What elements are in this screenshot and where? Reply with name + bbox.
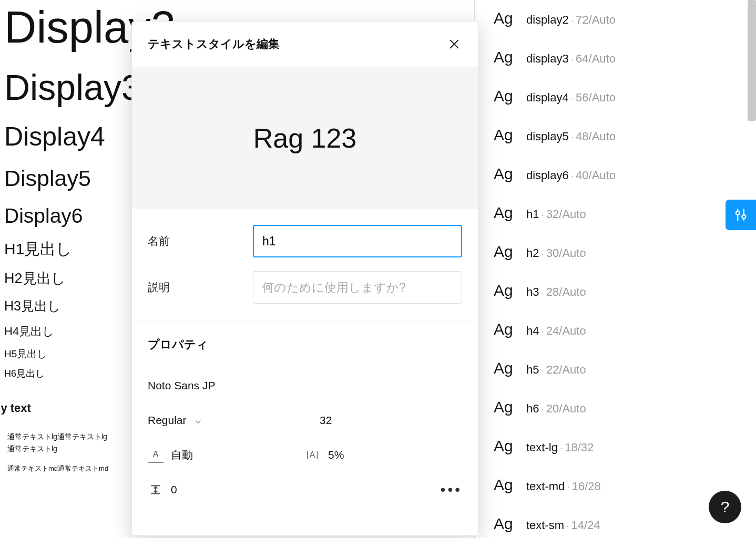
style-name: h3 bbox=[526, 285, 539, 298]
style-row-display3[interactable]: Agdisplay3 · 64/Auto bbox=[494, 48, 737, 87]
style-preview: Rag 123 bbox=[132, 67, 478, 209]
scrollbar[interactable] bbox=[748, 0, 756, 121]
svg-point-1 bbox=[736, 211, 740, 215]
style-preview-glyph: Ag bbox=[494, 126, 517, 144]
close-icon bbox=[448, 38, 460, 50]
paragraph-spacing-icon bbox=[148, 482, 164, 498]
adjust-panel-tab[interactable] bbox=[726, 200, 756, 230]
style-preview-glyph: Ag bbox=[494, 243, 517, 261]
style-preview-glyph: Ag bbox=[494, 282, 517, 299]
chevron-down-icon bbox=[194, 416, 202, 425]
separator-dot: · bbox=[569, 133, 576, 142]
separator-dot: · bbox=[564, 522, 571, 531]
style-preview-glyph: Ag bbox=[494, 165, 517, 183]
help-button[interactable]: ? bbox=[709, 491, 741, 523]
style-name: h6 bbox=[526, 402, 539, 415]
letter-spacing-input[interactable]: 5% bbox=[328, 449, 344, 461]
style-preview-glyph: Ag bbox=[494, 320, 517, 338]
style-row-h2[interactable]: Agh2 · 30/Auto bbox=[494, 243, 737, 282]
more-options-button[interactable]: ••• bbox=[441, 481, 462, 498]
style-name: text-md bbox=[526, 480, 565, 493]
edit-text-style-modal: テキストスタイルを編集 Rag 123 名前 説明 プロパティ Noto San… bbox=[131, 21, 478, 536]
style-row-h4[interactable]: Agh4 · 24/Auto bbox=[494, 320, 737, 359]
paragraph-spacing-input[interactable]: 0 bbox=[171, 483, 177, 496]
style-preview-glyph: Ag bbox=[494, 204, 517, 222]
style-preview-glyph: Ag bbox=[494, 48, 517, 66]
style-name: display5 bbox=[526, 130, 569, 143]
style-row-display5[interactable]: Agdisplay5 · 48/Auto bbox=[494, 126, 737, 165]
style-meta: 14/24 bbox=[571, 519, 600, 532]
separator-dot: · bbox=[569, 55, 576, 64]
style-name: h4 bbox=[526, 324, 539, 337]
line-height-icon: A bbox=[148, 447, 164, 463]
style-name: text-lg bbox=[526, 441, 558, 454]
style-meta: 72/Auto bbox=[576, 13, 616, 26]
style-preview-glyph: Ag bbox=[494, 476, 517, 494]
text-styles-panel: Agdisplay2 · 72/AutoAgdisplay3 · 64/Auto… bbox=[474, 0, 756, 538]
style-name: display6 bbox=[526, 169, 569, 182]
style-meta: 28/Auto bbox=[546, 285, 586, 298]
style-row-display2[interactable]: Agdisplay2 · 72/Auto bbox=[494, 9, 737, 48]
font-family-select[interactable]: Noto Sans JP bbox=[148, 379, 215, 392]
description-label: 説明 bbox=[148, 280, 253, 295]
style-row-text-md[interactable]: Agtext-md · 16/28 bbox=[494, 476, 737, 515]
style-name: h5 bbox=[526, 363, 539, 376]
separator-dot: · bbox=[539, 250, 546, 258]
name-input[interactable] bbox=[253, 225, 462, 257]
name-label: 名前 bbox=[148, 234, 253, 249]
style-name: display2 bbox=[526, 13, 569, 26]
style-meta: 56/Auto bbox=[576, 91, 616, 104]
style-meta: 30/Auto bbox=[546, 246, 586, 260]
separator-dot: · bbox=[539, 405, 546, 414]
style-preview-glyph: Ag bbox=[494, 437, 517, 455]
style-meta: 40/Auto bbox=[576, 169, 616, 182]
separator-dot: · bbox=[539, 327, 546, 336]
separator-dot: · bbox=[558, 444, 565, 453]
style-row-h6[interactable]: Agh6 · 20/Auto bbox=[494, 398, 737, 437]
style-meta: 22/Auto bbox=[546, 363, 586, 376]
style-name: text-sm bbox=[526, 519, 564, 532]
svg-point-3 bbox=[742, 215, 745, 219]
style-name: h2 bbox=[526, 246, 539, 260]
style-meta: 32/Auto bbox=[546, 208, 586, 221]
style-row-h5[interactable]: Agh5 · 22/Auto bbox=[494, 359, 737, 398]
letter-spacing-icon: |A| bbox=[305, 447, 321, 463]
style-row-h3[interactable]: Agh3 · 28/Auto bbox=[494, 282, 737, 320]
style-name: h1 bbox=[526, 208, 539, 221]
style-preview-glyph: Ag bbox=[494, 515, 517, 533]
separator-dot: · bbox=[539, 366, 546, 375]
separator-dot: · bbox=[565, 483, 571, 492]
style-preview-glyph: Ag bbox=[494, 9, 517, 27]
separator-dot: · bbox=[539, 288, 546, 297]
style-preview-glyph: Ag bbox=[494, 359, 517, 377]
style-meta: 18/32 bbox=[565, 441, 594, 454]
style-meta: 64/Auto bbox=[576, 52, 616, 65]
properties-heading: プロパティ bbox=[148, 337, 462, 353]
description-input[interactable] bbox=[253, 271, 462, 304]
style-row-text-sm[interactable]: Agtext-sm · 14/24 bbox=[494, 515, 737, 538]
style-preview-glyph: Ag bbox=[494, 398, 517, 416]
style-meta: 48/Auto bbox=[576, 130, 616, 143]
sliders-icon bbox=[733, 208, 748, 222]
style-row-text-lg[interactable]: Agtext-lg · 18/32 bbox=[494, 437, 737, 476]
modal-title: テキストスタイルを編集 bbox=[148, 36, 280, 52]
style-row-display4[interactable]: Agdisplay4 · 56/Auto bbox=[494, 87, 737, 126]
separator-dot: · bbox=[569, 16, 576, 25]
separator-dot: · bbox=[539, 211, 546, 220]
style-row-h1[interactable]: Agh1 · 32/Auto bbox=[494, 204, 737, 243]
style-row-display6[interactable]: Agdisplay6 · 40/Auto bbox=[494, 165, 737, 204]
font-size-input[interactable]: 32 bbox=[320, 414, 332, 427]
style-meta: 20/Auto bbox=[546, 402, 586, 415]
separator-dot: · bbox=[569, 94, 576, 103]
close-button[interactable] bbox=[446, 36, 462, 52]
line-height-input[interactable]: 自動 bbox=[171, 448, 193, 462]
style-meta: 16/28 bbox=[572, 480, 601, 493]
separator-dot: · bbox=[569, 172, 576, 181]
font-weight-select[interactable]: Regular bbox=[148, 414, 187, 427]
style-preview-glyph: Ag bbox=[494, 87, 517, 105]
style-meta: 24/Auto bbox=[546, 324, 586, 337]
style-name: display3 bbox=[526, 52, 569, 65]
style-name: display4 bbox=[526, 91, 569, 104]
help-icon: ? bbox=[721, 498, 730, 516]
